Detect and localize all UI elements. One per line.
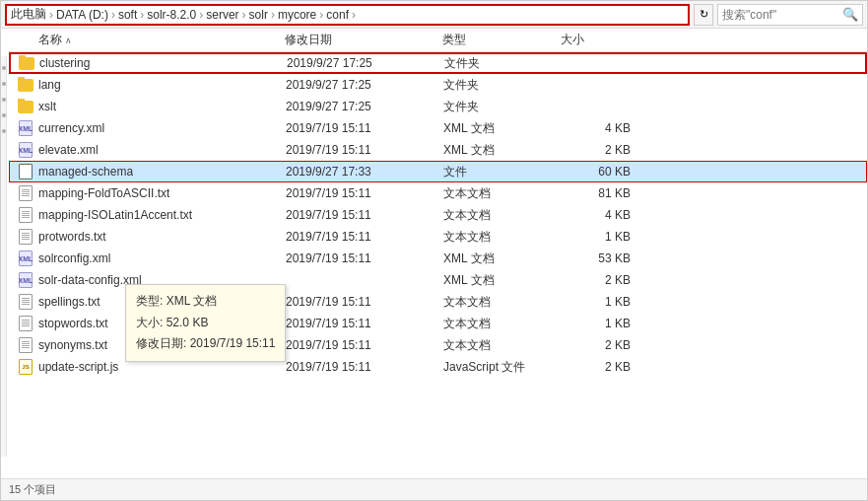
xml-icon: XML: [18, 120, 33, 136]
folder-icon: [18, 77, 33, 93]
file-type: XML 文档: [443, 142, 562, 159]
file-type: XML 文档: [443, 272, 562, 289]
txt-icon: [18, 316, 33, 331]
col-header-name[interactable]: 名称 ∧: [9, 32, 285, 48]
file-row-currency[interactable]: XML currency.xml 2019/7/19 15:11 XML 文档 …: [9, 117, 867, 139]
file-size: 2 KB: [562, 360, 640, 374]
file-date: 2019/7/19 15:11: [286, 208, 443, 222]
txt-icon: [18, 185, 33, 201]
refresh-button[interactable]: ↻: [694, 4, 713, 26]
file-row-mapping-fold[interactable]: mapping-FoldToASCII.txt 2019/7/19 15:11 …: [9, 182, 867, 204]
file-size: 1 KB: [562, 295, 640, 309]
file-size: 60 KB: [562, 165, 640, 179]
breadcrumb-conf[interactable]: conf: [326, 8, 349, 22]
file-date: 2019/7/19 15:11: [286, 360, 443, 374]
file-name: elevate.xml: [38, 143, 99, 157]
file-name: spellings.txt: [38, 295, 100, 309]
file-type: 文本文档: [443, 316, 562, 332]
breadcrumb-server[interactable]: server: [206, 8, 238, 22]
status-text: 15 个项目: [9, 482, 56, 497]
breadcrumb[interactable]: 此电脑 › DATA (D:) › soft › solr-8.2.0 › se…: [5, 4, 690, 26]
file-name: managed-schema: [38, 165, 133, 179]
xml-icon: XML: [18, 272, 33, 288]
xml-icon: XML: [18, 250, 33, 266]
file-list: clustering 2019/9/27 17:25 文件夹 lang 2019…: [9, 52, 867, 478]
file-type: 文本文档: [443, 229, 562, 246]
file-date: 2019/7/19 15:11: [286, 186, 443, 200]
file-icon-cell: XML currency.xml: [10, 120, 286, 136]
content-area: 名称 ∧ 修改日期 类型 大小 clustering 2019: [9, 29, 867, 478]
tooltip-size-row: 大小: 52.0 KB: [136, 313, 275, 334]
tooltip-type-row: 类型: XML 文档: [136, 291, 275, 313]
nav-strip: [1, 56, 7, 457]
file-icon-cell: mapping-FoldToASCII.txt: [10, 185, 286, 201]
breadcrumb-solr2[interactable]: solr: [249, 8, 268, 22]
folder-icon: [18, 99, 33, 114]
file-row-protwords[interactable]: protwords.txt 2019/7/19 15:11 文本文档 1 KB: [9, 226, 867, 248]
file-date: 2019/9/27 17:25: [287, 56, 444, 70]
col-header-type[interactable]: 类型: [442, 32, 561, 48]
tooltip-date-row: 修改日期: 2019/7/19 15:11: [136, 333, 275, 355]
file-size: 4 KB: [562, 121, 640, 135]
file-date: 2019/9/27 17:25: [286, 78, 443, 92]
file-name: currency.xml: [38, 121, 104, 135]
file-row-lang[interactable]: lang 2019/9/27 17:25 文件夹: [9, 74, 867, 96]
search-icon[interactable]: 🔍: [842, 7, 858, 22]
file-size: 1 KB: [562, 230, 640, 244]
file-date: 2019/9/27 17:33: [286, 165, 443, 179]
file-icon-cell: XML elevate.xml: [10, 142, 286, 158]
sort-arrow-name: ∧: [65, 36, 72, 45]
file-name: update-script.js: [38, 360, 118, 374]
breadcrumb-solr[interactable]: solr-8.2.0: [147, 8, 196, 22]
folder-icon: [19, 55, 34, 71]
file-type: XML 文档: [443, 120, 562, 137]
file-size: 2 KB: [562, 273, 640, 287]
file-type: 文件: [443, 164, 562, 180]
file-icon: [18, 164, 33, 179]
address-bar: 此电脑 › DATA (D:) › soft › solr-8.2.0 › se…: [1, 1, 867, 29]
file-row-solrconfig[interactable]: XML solrconfig.xml 2019/7/19 15:11 XML 文…: [9, 248, 867, 269]
tooltip-type-value: XML 文档: [167, 294, 218, 308]
file-icon-cell: clustering: [11, 55, 287, 71]
file-icon-cell: protwords.txt: [10, 229, 286, 245]
file-size: 2 KB: [562, 143, 640, 157]
tooltip-date-label: 修改日期:: [136, 336, 186, 350]
file-name: protwords.txt: [38, 230, 106, 244]
file-icon-cell: XML solrconfig.xml: [10, 250, 286, 266]
file-tooltip: 类型: XML 文档 大小: 52.0 KB 修改日期: 2019/7/19 1…: [125, 284, 286, 362]
file-name: solrconfig.xml: [38, 251, 110, 265]
file-size: 1 KB: [562, 317, 640, 330]
file-explorer-window: 此电脑 › DATA (D:) › soft › solr-8.2.0 › se…: [0, 0, 868, 501]
breadcrumb-drive[interactable]: DATA (D:): [56, 8, 108, 22]
file-name: synonyms.txt: [38, 338, 107, 352]
file-type: 文件夹: [443, 77, 562, 94]
file-row-clustering[interactable]: clustering 2019/9/27 17:25 文件夹: [9, 52, 867, 74]
file-size: 81 KB: [562, 186, 640, 200]
nav-pin-5: [2, 129, 6, 133]
tooltip-date-value: 2019/7/19 15:11: [190, 336, 276, 350]
file-row-mapping-iso[interactable]: mapping-ISOLatin1Accent.txt 2019/7/19 15…: [9, 204, 867, 226]
xml-icon: XML: [18, 142, 33, 158]
file-type: 文件夹: [444, 55, 563, 72]
column-headers: 名称 ∧ 修改日期 类型 大小: [9, 29, 867, 52]
file-date: 2019/7/19 15:11: [286, 230, 443, 244]
file-size: 2 KB: [562, 338, 640, 352]
main-content: 名称 ∧ 修改日期 类型 大小 clustering 2019: [1, 29, 867, 478]
file-row-elevate[interactable]: XML elevate.xml 2019/7/19 15:11 XML 文档 2…: [9, 139, 867, 161]
file-row-xslt[interactable]: xslt 2019/9/27 17:25 文件夹: [9, 96, 867, 117]
breadcrumb-mycore[interactable]: mycore: [278, 8, 316, 22]
search-input[interactable]: [722, 8, 840, 22]
file-row-managed-schema[interactable]: managed-schema 2019/9/27 17:33 文件 60 KB: [9, 161, 867, 182]
file-date: 2019/7/19 15:11: [286, 317, 443, 330]
file-size: 4 KB: [562, 208, 640, 222]
file-name: lang: [38, 78, 61, 92]
file-type: 文本文档: [443, 207, 562, 224]
file-icon-cell: lang: [10, 77, 286, 93]
col-header-size[interactable]: 大小: [561, 32, 639, 48]
col-header-date[interactable]: 修改日期: [285, 32, 442, 48]
breadcrumb-soft[interactable]: soft: [118, 8, 137, 22]
breadcrumb-home[interactable]: 此电脑: [11, 6, 46, 23]
txt-icon: [18, 229, 33, 245]
file-type: 文本文档: [443, 294, 562, 311]
file-date: 2019/7/19 15:11: [286, 295, 443, 309]
